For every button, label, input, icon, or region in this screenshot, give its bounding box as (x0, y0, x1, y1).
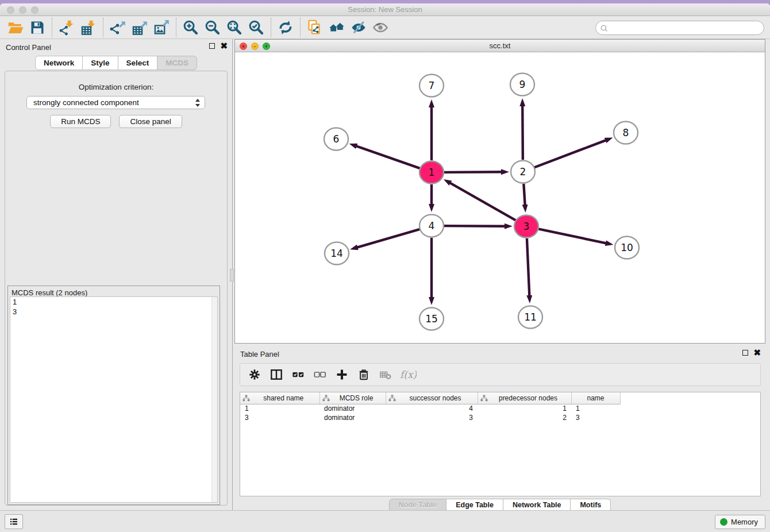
graph-node-7[interactable]: 7 (419, 75, 444, 97)
vertical-splitter-grip[interactable] (230, 269, 234, 282)
function-builder-icon (398, 368, 417, 381)
graph-node-14[interactable]: 14 (325, 242, 349, 265)
show-graphics-details-button[interactable] (369, 17, 391, 38)
graph-edge-2-3[interactable] (523, 184, 525, 205)
graph-node-6[interactable]: 6 (324, 128, 348, 151)
column-header-predecessor-nodes[interactable]: predecessor nodes (478, 392, 571, 404)
mcds-result-box[interactable]: 13 (10, 296, 218, 503)
table-settings-button[interactable] (245, 365, 264, 384)
list-icon (9, 516, 19, 527)
graph-node-8[interactable]: 8 (614, 122, 638, 144)
graph-edge-2-9[interactable] (522, 106, 523, 160)
export-image-button[interactable] (151, 17, 172, 38)
table-row[interactable]: 1dominator411 (240, 404, 760, 413)
table-cell[interactable]: 3 (571, 413, 620, 422)
graph-edge-4-3[interactable] (444, 226, 505, 226)
graph-edge-2-8[interactable] (534, 140, 606, 167)
graph-edge-4-14[interactable] (357, 229, 420, 248)
svg-text:8: 8 (623, 127, 629, 138)
zoom-out-button[interactable] (202, 17, 224, 38)
graph-edge-1-6[interactable] (356, 146, 420, 168)
tab-mcds[interactable]: MCDS (157, 56, 197, 70)
delete-table-icon (379, 368, 392, 381)
table-cell[interactable]: 1 (240, 404, 319, 413)
refresh-style-button[interactable] (275, 17, 297, 38)
close-panel-icon[interactable]: ✖ (220, 43, 228, 49)
graph-node-11[interactable]: 11 (518, 306, 542, 329)
table-cell[interactable]: 3 (386, 413, 478, 422)
table-panel: Table Panel ✖ shared nameMCDS rolesucces… (234, 346, 765, 514)
open-session-button[interactable] (5, 17, 26, 38)
column-header-successor-nodes[interactable]: successor nodes (386, 392, 478, 404)
column-header-mcds-role[interactable]: MCDS role (319, 392, 386, 404)
close-table-panel-icon[interactable]: ✖ (753, 350, 761, 356)
first-neighbors-button[interactable] (326, 17, 348, 38)
table-cell[interactable]: 1 (571, 404, 620, 413)
graph-node-15[interactable]: 15 (419, 308, 444, 330)
mcds-result-scrollbar[interactable] (211, 297, 217, 502)
delete-column-button[interactable] (354, 365, 374, 384)
tab-style[interactable]: Style (83, 56, 118, 70)
graph-edge-3-1[interactable] (450, 183, 516, 220)
zoom-fit-button[interactable] (224, 17, 245, 38)
deselect-all-columns-button[interactable] (310, 365, 330, 384)
import-table-button[interactable] (78, 17, 99, 38)
table-cell[interactable]: 1 (478, 404, 571, 413)
show-graphics-details-icon (372, 20, 388, 36)
memory-button[interactable]: Memory (715, 515, 765, 529)
export-table-button[interactable] (129, 17, 151, 38)
graph-node-10[interactable]: 10 (615, 237, 639, 259)
graph-node-9[interactable]: 9 (510, 74, 534, 96)
toolbar-separator (52, 18, 52, 37)
float-table-panel-icon[interactable] (742, 350, 748, 356)
float-panel-icon[interactable] (209, 43, 215, 49)
table-cell[interactable]: 3 (240, 413, 319, 422)
graph-edge-1-2[interactable] (444, 172, 502, 172)
graph-edge-3-10[interactable] (538, 229, 606, 243)
hide-graphics-details-button[interactable] (348, 17, 369, 38)
table-cell[interactable]: 4 (386, 404, 478, 413)
add-column-button[interactable] (332, 365, 352, 384)
import-network-button[interactable] (56, 17, 78, 38)
delete-table-button (376, 365, 395, 384)
tab-select[interactable]: Select (118, 56, 158, 70)
tab-network[interactable]: Network (35, 56, 83, 70)
zoom-in-button[interactable] (180, 17, 202, 38)
export-network-button[interactable] (107, 17, 129, 38)
zoom-selected-button[interactable] (245, 17, 267, 38)
control-panel-title: Control Panel (6, 43, 51, 52)
table-row[interactable]: 3dominator323 (240, 413, 760, 422)
mcds-tab-content: Optimization criterion: strongly connect… (5, 71, 228, 506)
svg-text:2: 2 (520, 166, 526, 178)
mcds-result-line: 3 (10, 307, 217, 317)
graph-edge-3-11[interactable] (527, 238, 529, 296)
table-cell[interactable]: dominator (319, 404, 386, 413)
search-icon (600, 24, 609, 33)
tree-icon (322, 395, 330, 402)
toggle-panel-button[interactable] (267, 365, 286, 384)
close-panel-button[interactable]: Close panel (119, 115, 182, 128)
svg-text:15: 15 (425, 313, 438, 325)
graph-node-4[interactable]: 4 (419, 215, 444, 237)
table-cell[interactable]: 2 (478, 413, 571, 422)
save-session-button[interactable] (26, 17, 48, 38)
table-cell[interactable]: dominator (319, 413, 386, 422)
control-panel-tabs: NetworkStyleSelectMCDS (0, 56, 232, 70)
graph-node-2[interactable]: 2 (511, 161, 535, 183)
show-panels-button[interactable] (5, 514, 23, 529)
status-bar: Memory (0, 510, 770, 532)
deselect-all-columns-icon (314, 368, 326, 381)
column-header-shared-name[interactable]: shared name (240, 392, 319, 404)
optimization-criterion-dropdown[interactable]: strongly connected component (26, 96, 205, 109)
search-input[interactable] (611, 22, 759, 34)
graph-node-1[interactable]: 1 (419, 161, 444, 184)
function-builder-button (398, 365, 417, 384)
column-header-name[interactable]: name (571, 392, 620, 404)
network-canvas[interactable]: 1234678910111415 (235, 52, 765, 343)
select-all-columns-button[interactable] (288, 365, 308, 384)
run-mcds-button[interactable]: Run MCDS (50, 115, 111, 128)
select-all-columns-icon (292, 368, 305, 381)
toolbar-separator (103, 18, 103, 37)
clone-network-button[interactable] (304, 17, 326, 38)
graph-node-3[interactable]: 3 (514, 215, 538, 238)
